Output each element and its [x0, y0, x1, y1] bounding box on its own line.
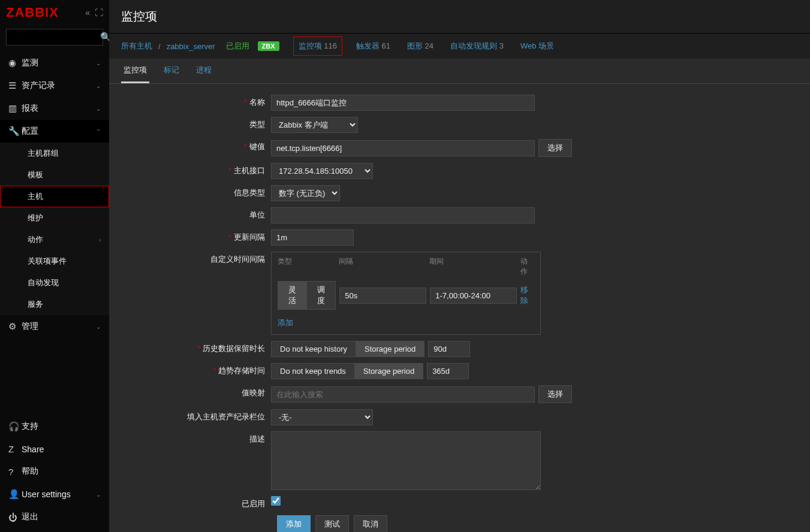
config-submenu: 主机群组 模板 主机 维护 动作› 关联项事件 自动发现 服务 [0, 143, 109, 315]
nav-help[interactable]: ? 帮助 [0, 460, 109, 483]
hostif-select[interactable]: 172.28.54.185:10050 [271, 163, 373, 179]
key-input[interactable] [271, 140, 535, 156]
list-icon: ☰ [8, 80, 22, 91]
sidebar-item-templates[interactable]: 模板 [0, 164, 109, 186]
ci-interval-input[interactable] [339, 288, 426, 304]
nav-logout[interactable]: ⏻ 退出 [0, 506, 109, 528]
logo-row: ZABBIX « ⛶ [0, 0, 109, 25]
label-key: 键值 [121, 139, 271, 152]
test-button[interactable]: 测试 [315, 515, 349, 532]
ci-head-interval: 间隔 [339, 256, 429, 277]
ci-add-link[interactable]: 添加 [278, 318, 293, 327]
trend-value-input[interactable] [427, 363, 469, 379]
label-type: 类型 [121, 117, 271, 130]
bc-items[interactable]: 监控项 116 [296, 40, 339, 53]
sidebar-collapse-icon[interactable]: « [85, 8, 90, 17]
ci-sched-button[interactable]: 调度 [307, 282, 335, 309]
nav-share[interactable]: Z Share [0, 438, 109, 460]
label-trend: 趋势存储时间 [121, 363, 271, 376]
label-custom: 自定义时间间隔 [121, 252, 271, 265]
sidebar-item-actions[interactable]: 动作› [0, 229, 109, 250]
bc-host[interactable]: zabbix_server [167, 42, 215, 51]
nav-inventory[interactable]: ☰ 资产记录 ⌄ [0, 74, 109, 97]
nav-monitoring[interactable]: ◉ 监测 ⌄ [0, 52, 109, 74]
type-select[interactable]: Zabbix 客户端 [271, 117, 358, 133]
label-inventory: 填入主机资产纪录栏位 [121, 409, 271, 422]
tab-item[interactable]: 监控项 [121, 59, 149, 83]
sidebar-item-maintenance[interactable]: 维护 [0, 207, 109, 229]
zbx-badge: ZBX [258, 41, 279, 51]
sidebar-item-services[interactable]: 服务 [0, 294, 109, 315]
share-icon: Z [8, 444, 22, 454]
chart-icon: ▥ [8, 103, 22, 114]
label-info: 信息类型 [121, 185, 271, 198]
chevron-down-icon: ⌄ [96, 105, 101, 112]
search-icon[interactable]: 🔍 [100, 32, 109, 43]
eye-icon: ◉ [8, 58, 22, 68]
bc-graphs[interactable]: 图形 24 [407, 41, 433, 52]
sidebar-item-hostgroups[interactable]: 主机群组 [0, 143, 109, 164]
chevron-right-icon: › [99, 237, 101, 243]
chevron-up-icon: ⌃ [96, 128, 101, 135]
label-units: 单位 [121, 207, 271, 220]
nav-configuration[interactable]: 🔧 配置 ⌃ [0, 120, 109, 143]
label-history: 历史数据保留时长 [121, 341, 271, 354]
history-storage-button[interactable]: Storage period [356, 341, 424, 356]
desc-textarea[interactable] [271, 431, 541, 490]
nav-support[interactable]: 🎧 支持 [0, 415, 109, 438]
nav-administration[interactable]: ⚙ 管理 ⌄ [0, 315, 109, 338]
form-area: 名称 类型 Zabbix 客户端 键值 选择 主机接口 172.28.54.18… [109, 84, 810, 532]
label-enabled: 已启用 [121, 496, 271, 509]
ci-remove-link[interactable]: 移除 [520, 285, 534, 306]
search-input[interactable] [10, 33, 100, 41]
breadcrumb: 所有主机 / zabbix_server 已启用 ZBX 监控项 116 触发器… [109, 33, 810, 59]
inventory-select[interactable]: -无- [271, 409, 373, 425]
ci-period-input[interactable] [430, 288, 517, 304]
header: 监控项 [109, 0, 810, 33]
sidebar: ZABBIX « ⛶ 🔍 ◉ 监测 ⌄ ☰ 资产记录 ⌄ ▥ [0, 0, 109, 532]
bc-triggers[interactable]: 触发器 61 [356, 41, 390, 52]
power-icon: ⏻ [8, 512, 22, 522]
units-input[interactable] [271, 207, 535, 223]
valuemap-select-button[interactable]: 选择 [538, 385, 572, 403]
trend-nokeep-button[interactable]: Do not keep trends [272, 364, 355, 379]
sidebar-expand-icon[interactable]: ⛶ [95, 8, 103, 17]
trend-storage-button[interactable]: Storage period [355, 364, 423, 379]
gear-icon: ⚙ [8, 321, 22, 332]
submit-add-button[interactable]: 添加 [277, 515, 311, 532]
bc-discovery[interactable]: 自动发现规则 3 [450, 41, 504, 52]
nav-usersettings[interactable]: 👤 User settings ⌄ [0, 483, 109, 506]
page-title: 监控项 [121, 8, 798, 25]
label-name: 名称 [121, 95, 271, 108]
enabled-label: 已启用 [226, 41, 249, 52]
tab-tags[interactable]: 标记 [161, 59, 182, 83]
sidebar-item-discovery[interactable]: 自动发现 [0, 272, 109, 294]
sidebar-item-correlation[interactable]: 关联项事件 [0, 250, 109, 272]
ci-head-type: 类型 [278, 256, 339, 277]
tab-preprocessing[interactable]: 进程 [194, 59, 214, 83]
main: 监控项 所有主机 / zabbix_server 已启用 ZBX 监控项 116… [109, 0, 810, 532]
nav-reports[interactable]: ▥ 报表 ⌄ [0, 97, 109, 120]
ci-flex-button[interactable]: 灵活 [278, 282, 307, 309]
ci-type-toggle: 灵活 调度 [278, 281, 336, 310]
headset-icon: 🎧 [8, 421, 22, 432]
name-input[interactable] [271, 95, 535, 111]
custom-interval-box: 类型 间隔 期间 动作 灵活 调度 移除 [271, 252, 541, 335]
history-nokeep-button[interactable]: Do not keep history [272, 341, 356, 356]
history-value-input[interactable] [428, 341, 470, 357]
valuemap-input[interactable] [271, 386, 535, 403]
cancel-button[interactable]: 取消 [354, 515, 387, 532]
tabs: 监控项 标记 进程 [109, 59, 810, 84]
bc-web[interactable]: Web 场景 [520, 41, 554, 52]
info-select[interactable]: 数字 (无正负) [271, 185, 340, 201]
key-select-button[interactable]: 选择 [538, 139, 572, 157]
logo: ZABBIX [6, 5, 59, 20]
bc-allhosts[interactable]: 所有主机 [121, 41, 152, 52]
label-valuemap: 值映射 [121, 385, 271, 398]
enabled-checkbox[interactable] [271, 496, 281, 506]
sidebar-item-hosts[interactable]: 主机 [0, 186, 109, 207]
user-icon: 👤 [8, 489, 22, 500]
updateint-input[interactable] [271, 229, 354, 246]
label-updateint: 更新间隔 [121, 229, 271, 243]
chevron-down-icon: ⌄ [96, 83, 101, 89]
